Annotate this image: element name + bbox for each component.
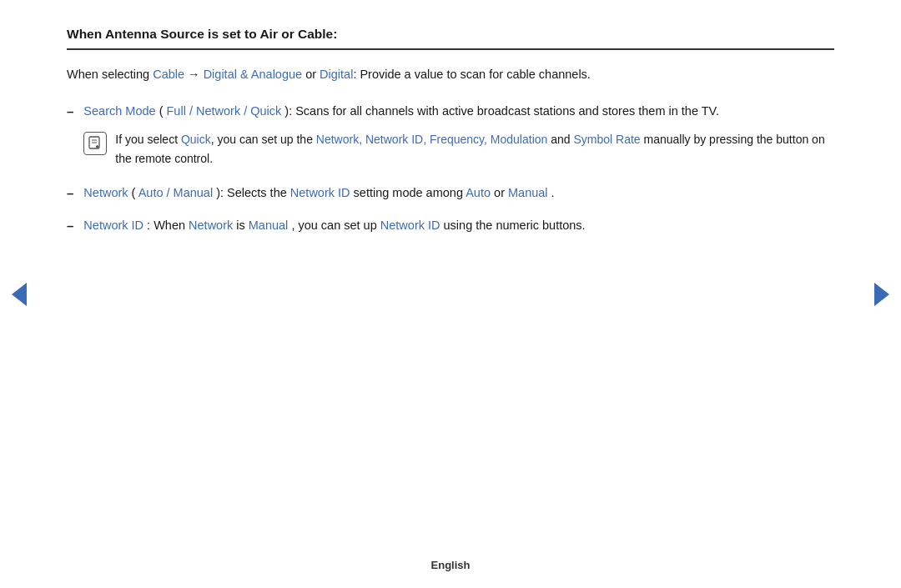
cable-link: Cable: [153, 68, 184, 81]
page-title: When Antenna Source is set to Air or Cab…: [67, 27, 834, 50]
auto-link: Auto: [466, 186, 491, 199]
note-text-before: If you select: [115, 133, 181, 146]
footer-language: English: [431, 559, 471, 571]
network-paren-open: (: [132, 186, 136, 199]
note-text-2: and: [547, 133, 573, 146]
network-period: .: [551, 186, 555, 199]
network-id-link: Network ID: [83, 219, 143, 232]
network-link-3: Network: [189, 219, 233, 232]
note-icon: [83, 132, 107, 155]
bullet-dash: –: [67, 216, 73, 237]
symbol-rate-link: Symbol Rate: [573, 133, 640, 146]
digital-link: Digital: [320, 68, 353, 81]
main-content-area: When Antenna Source is set to Air or Cab…: [33, 0, 868, 588]
intro-text-before: When selecting: [67, 68, 153, 81]
bullet-dash: –: [67, 183, 73, 204]
right-arrow-icon: [874, 283, 889, 306]
quick-link: Quick: [181, 133, 211, 146]
intro-paragraph: When selecting Cable → Digital & Analogu…: [67, 65, 834, 85]
network-text-1: ): Selects the: [216, 186, 290, 199]
bullet-content: Search Mode ( Full / Network / Quick ): …: [83, 102, 834, 172]
network-network-id-freq-link: Network, Network ID, Frequency, Modulati…: [316, 133, 548, 146]
digital-analogue-link: Digital & Analogue: [204, 68, 303, 81]
search-mode-paren-open: (: [159, 104, 164, 118]
network-id-link-2: Network ID: [290, 186, 350, 199]
network-text-2: setting mode among: [354, 186, 466, 199]
list-item: – Network ( Auto / Manual ): Selects the…: [67, 183, 834, 204]
intro-arrow: →: [184, 68, 204, 81]
full-network-quick-link: Full / Network / Quick: [167, 104, 282, 118]
network-id-link-3: Network ID: [380, 219, 440, 232]
network-id-text-2: is: [236, 219, 249, 232]
next-arrow-button[interactable]: [868, 0, 901, 588]
bullet-content: Network ( Auto / Manual ): Selects the N…: [83, 183, 834, 204]
note-text-1: , you can set up the: [211, 133, 316, 146]
prev-arrow-button[interactable]: [0, 0, 33, 588]
intro-text-after: : Provide a value to scan for cable chan…: [353, 68, 591, 81]
search-mode-link: Search Mode: [83, 104, 155, 118]
manual-link: Manual: [508, 186, 548, 199]
bullet-dash: –: [67, 102, 73, 123]
network-id-text-4: using the numeric buttons.: [444, 219, 586, 232]
left-arrow-icon: [12, 283, 27, 306]
note-pencil-icon: [88, 136, 103, 151]
network-or: or: [494, 186, 508, 199]
manual-link-2: Manual: [249, 219, 289, 232]
list-item: – Network ID : When Network is Manual , …: [67, 216, 834, 237]
network-id-text-1: : When: [147, 219, 189, 232]
bullet-content: Network ID : When Network is Manual , yo…: [83, 216, 834, 236]
note-block: If you select Quick, you can set up the …: [83, 130, 834, 168]
search-mode-text: ): Scans for all channels with active br…: [284, 104, 719, 118]
list-item: – Search Mode ( Full / Network / Quick )…: [67, 102, 834, 172]
auto-manual-link: Auto / Manual: [138, 186, 213, 199]
intro-text-middle: or: [302, 68, 320, 81]
bullet-list: – Search Mode ( Full / Network / Quick )…: [67, 102, 834, 249]
network-id-text-3: , you can set up: [291, 219, 380, 232]
note-text: If you select Quick, you can set up the …: [115, 130, 834, 168]
network-link: Network: [83, 186, 128, 199]
